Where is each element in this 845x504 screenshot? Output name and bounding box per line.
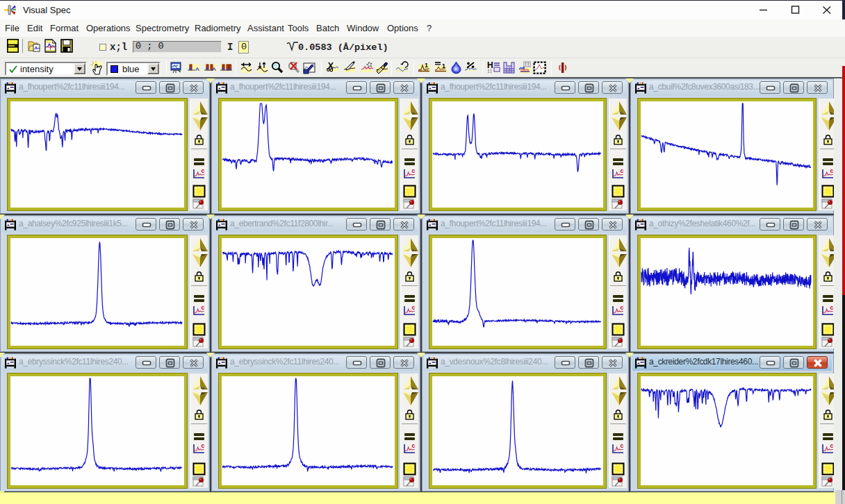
svg-text:c: c [621,167,624,174]
svg-text:c: c [202,442,205,449]
svg-text:c: c [830,167,834,174]
svg-text:c: c [412,304,416,311]
svg-text:c: c [202,167,205,174]
svg-text:c: c [202,304,205,311]
svg-text:c: c [830,442,834,449]
svg-text:c: c [621,442,624,449]
svg-text:1: 1 [442,62,445,69]
svg-text:c: c [412,442,416,449]
svg-text:H: H [487,61,493,70]
svg-text:1: 1 [425,62,428,69]
svg-text:c: c [621,304,624,311]
svg-text:c: c [830,304,834,311]
svg-text:c: c [412,167,416,174]
